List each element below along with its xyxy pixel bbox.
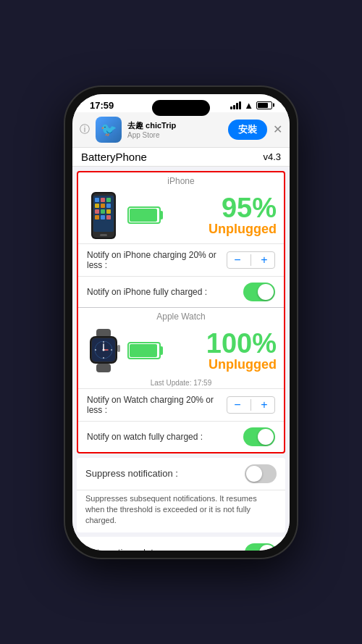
svg-rect-6 [95,204,99,208]
ad-text-block: 去趣 chicTrip App Store [127,120,222,139]
watch-notify-charge-row: Notify on Watch charging 20% or less : −… [78,388,284,421]
svg-rect-31 [96,364,111,372]
watch-status: Unplugged [169,357,277,372]
iphone-battery-row: 95% Unplugged [78,188,284,243]
stepper-divider [251,254,251,266]
phone-screen: 17:59 ▲ ⓘ 🐦 去趣 chicTrip [72,94,290,551]
svg-rect-13 [101,215,105,219]
iphone-stepper[interactable]: − + [227,251,275,269]
status-icons: ▲ [230,100,272,111]
watch-notify-full-row: Notify on watch fully charged : [78,421,284,452]
battery-sections: iPhone [77,171,285,453]
svg-rect-14 [106,215,111,219]
iphone-percent: 95% [169,194,277,222]
phone-frame: 17:59 ▲ ⓘ 🐦 去趣 chicTrip [65,87,297,558]
watch-last-update: Last Update: 17:59 [78,379,284,388]
ad-install-button[interactable]: 安裝 [228,120,267,140]
auto-update-label: Automatic update : [85,547,164,550]
svg-rect-15 [100,234,107,236]
svg-rect-9 [95,209,99,214]
iphone-device-image [85,192,122,239]
svg-rect-8 [106,204,111,208]
iphone-notify-full-toggle[interactable] [243,283,275,301]
svg-rect-3 [95,198,99,202]
svg-rect-12 [95,215,99,219]
watch-battery-icon [127,340,164,361]
svg-rect-4 [101,198,105,202]
ad-banner: ⓘ 🐦 去趣 chicTrip App Store 安裝 ✕ [72,112,290,148]
apple-watch-section: Apple Watch [78,308,284,452]
iphone-status: Unplugged [169,222,277,237]
watch-device-image [85,327,122,375]
svg-point-26 [103,349,105,351]
svg-rect-18 [130,209,157,222]
iphone-stepper-minus[interactable]: − [230,254,245,267]
battery-icon [256,101,272,109]
svg-rect-17 [160,211,163,219]
suppress-desc: Suppresses subsequent notifications. It … [77,490,285,532]
watch-battery-row: 100% Unplugged [78,323,284,379]
iphone-stepper-plus[interactable]: + [257,254,272,267]
watch-notify-full-label: Notify on watch fully charged : [87,432,203,442]
iphone-section-label: iPhone [78,172,284,188]
svg-point-28 [111,349,112,351]
svg-point-29 [103,357,104,359]
signal-icon [230,101,241,109]
auto-update-toggle[interactable] [245,543,277,551]
watch-stepper-divider [251,399,251,411]
suppress-row: Suppress notification : [77,458,285,490]
svg-point-30 [95,349,96,351]
dynamic-island [152,100,210,116]
auto-update-row: Automatic update : [77,537,285,551]
watch-notify-charge-label: Notify on Watch charging 20% or less : [87,395,227,415]
svg-rect-11 [106,209,111,214]
app-header: BatteryPhone v4.3 [72,148,290,167]
watch-stepper-plus[interactable]: + [257,398,272,411]
svg-point-27 [103,341,104,343]
suppress-label: Suppress notification : [85,468,178,479]
ad-close-button[interactable]: ✕ [273,122,282,136]
app-version: v4.3 [263,151,281,162]
iphone-notify-full-row: Notify on iPhone fully charged : [78,276,284,307]
watch-stepper-minus[interactable]: − [230,398,245,411]
svg-rect-32 [117,345,120,352]
iphone-battery-icon [127,204,164,226]
suppress-section: Suppress notification : Suppresses subse… [77,458,285,532]
ad-title: 去趣 chicTrip [127,120,222,131]
main-content: iPhone [72,167,290,551]
suppress-toggle[interactable] [245,464,277,483]
watch-percent: 100% [169,330,277,357]
app-name: BatteryPhone [81,151,147,163]
watch-section-label: Apple Watch [78,308,284,323]
iphone-percent-block: 95% Unplugged [169,194,277,237]
ad-close-icon[interactable]: ⓘ [80,123,90,136]
svg-rect-35 [130,344,157,357]
ad-subtitle: App Store [127,131,222,139]
watch-percent-block: 100% Unplugged [169,330,277,372]
status-time: 17:59 [90,100,114,111]
iphone-section: iPhone [78,172,284,307]
watch-notify-full-toggle[interactable] [243,427,275,446]
watch-stepper[interactable]: − + [227,396,275,414]
wifi-icon: ▲ [244,100,253,111]
auto-update-section: Automatic update : Refresh about every 1… [77,537,285,551]
svg-rect-7 [101,204,105,208]
iphone-notify-full-label: Notify on iPhone fully charged : [87,287,207,297]
iphone-notify-charge-label: Notify on iPhone charging 20% or less : [87,250,227,270]
iphone-notify-charge-row: Notify on iPhone charging 20% or less : … [78,243,284,276]
ad-app-icon: 🐦 [96,117,122,143]
svg-rect-10 [101,209,105,214]
svg-rect-5 [106,198,111,202]
svg-rect-34 [160,346,163,355]
